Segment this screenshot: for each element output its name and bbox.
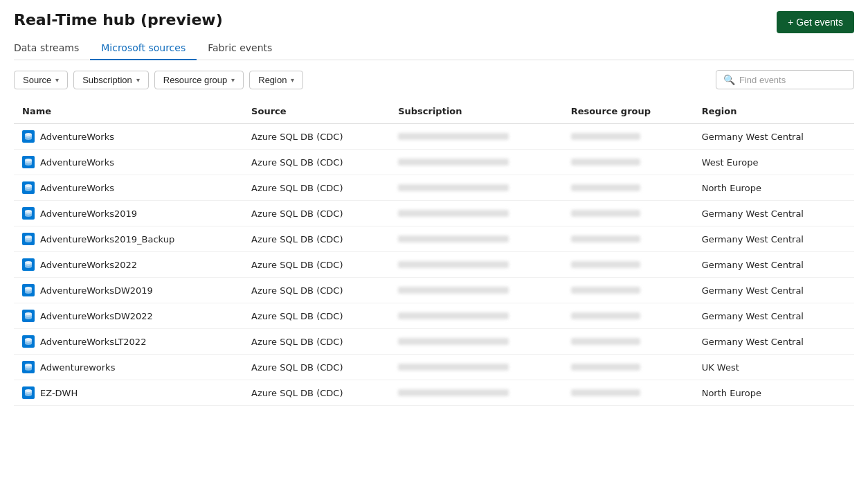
cell-name: AdventureWorks2022 bbox=[14, 252, 243, 278]
table-row[interactable]: AdventureWorksLT2022 Azure SQL DB (CDC)G… bbox=[14, 329, 854, 355]
row-name: AdventureWorks2019 bbox=[40, 208, 137, 219]
table-row[interactable]: EZ-DWH Azure SQL DB (CDC)North Europe bbox=[14, 380, 854, 406]
row-name: AdventureWorks bbox=[40, 183, 114, 193]
cell-name: AdventureWorks bbox=[14, 150, 243, 175]
cell-source: Azure SQL DB (CDC) bbox=[243, 278, 390, 303]
chevron-down-icon: ▾ bbox=[291, 76, 294, 84]
blurred-resource-group bbox=[571, 287, 640, 294]
cell-region: Germany West Central bbox=[694, 226, 854, 252]
database-icon bbox=[22, 181, 35, 194]
cell-region: Germany West Central bbox=[694, 303, 854, 329]
blurred-subscription bbox=[398, 184, 509, 191]
database-icon bbox=[22, 361, 35, 373]
tab-fabric-events[interactable]: Fabric events bbox=[197, 37, 283, 60]
row-name: AdventureWorks2019_Backup bbox=[40, 234, 174, 244]
svg-point-13 bbox=[25, 287, 32, 290]
table-row[interactable]: AdventureWorks2019 Azure SQL DB (CDC)Ger… bbox=[14, 201, 854, 226]
table-row[interactable]: AdventureWorks Azure SQL DB (CDC)North E… bbox=[14, 175, 854, 201]
blurred-subscription bbox=[398, 364, 509, 371]
cell-region: Germany West Central bbox=[694, 124, 854, 150]
cell-source: Azure SQL DB (CDC) bbox=[243, 124, 390, 150]
cell-resource-group bbox=[563, 252, 694, 278]
search-input[interactable] bbox=[739, 75, 847, 85]
blurred-subscription bbox=[398, 261, 509, 268]
cell-region: UK West bbox=[694, 355, 854, 380]
database-icon bbox=[22, 386, 35, 399]
table-row[interactable]: AdventureWorks2022 Azure SQL DB (CDC)Ger… bbox=[14, 252, 854, 278]
cell-name: AdventureWorks bbox=[14, 175, 243, 201]
cell-region: Germany West Central bbox=[694, 278, 854, 303]
cell-name: Adwentureworks bbox=[14, 355, 243, 380]
blurred-resource-group bbox=[571, 312, 640, 319]
cell-name: AdventureWorks2019_Backup bbox=[14, 226, 243, 252]
blurred-resource-group bbox=[571, 364, 640, 371]
region-filter-label: Region bbox=[258, 75, 287, 85]
chevron-down-icon: ▾ bbox=[55, 76, 59, 84]
cell-name: AdventureWorks bbox=[14, 124, 243, 150]
tab-microsoft-sources[interactable]: Microsoft sources bbox=[90, 37, 197, 60]
cell-source: Azure SQL DB (CDC) bbox=[243, 252, 390, 278]
cell-resource-group bbox=[563, 201, 694, 226]
database-icon bbox=[22, 156, 35, 168]
row-name: AdventureWorks bbox=[40, 157, 114, 168]
cell-name: AdventureWorks2019 bbox=[14, 201, 243, 226]
cell-name: AdventureWorksDW2019 bbox=[14, 278, 243, 303]
svg-point-11 bbox=[25, 261, 32, 264]
cell-subscription bbox=[390, 226, 563, 252]
cell-name: AdventureWorksDW2022 bbox=[14, 303, 243, 329]
table-row[interactable]: AdventureWorks2019_Backup Azure SQL DB (… bbox=[14, 226, 854, 252]
database-icon bbox=[22, 207, 35, 220]
table-row[interactable]: Adwentureworks Azure SQL DB (CDC)UK West bbox=[14, 355, 854, 380]
blurred-resource-group bbox=[571, 235, 640, 242]
cell-resource-group bbox=[563, 278, 694, 303]
source-filter-label: Source bbox=[23, 75, 51, 85]
search-icon: 🔍 bbox=[723, 74, 735, 85]
database-icon bbox=[22, 258, 35, 271]
table-row[interactable]: AdventureWorks Azure SQL DB (CDC)Germany… bbox=[14, 124, 854, 150]
tab-nav: Data streams Microsoft sources Fabric ev… bbox=[14, 37, 854, 60]
cell-name: AdventureWorksLT2022 bbox=[14, 329, 243, 355]
svg-point-15 bbox=[25, 312, 32, 315]
cell-region: Germany West Central bbox=[694, 329, 854, 355]
blurred-resource-group bbox=[571, 184, 640, 191]
blurred-subscription bbox=[398, 210, 509, 217]
cell-region: Germany West Central bbox=[694, 252, 854, 278]
cell-resource-group bbox=[563, 380, 694, 406]
cell-source: Azure SQL DB (CDC) bbox=[243, 329, 390, 355]
database-icon bbox=[22, 233, 35, 245]
table-row[interactable]: AdventureWorksDW2019 Azure SQL DB (CDC)G… bbox=[14, 278, 854, 303]
blurred-subscription bbox=[398, 389, 509, 396]
cell-region: North Europe bbox=[694, 175, 854, 201]
database-icon bbox=[22, 130, 35, 143]
subscription-filter[interactable]: Subscription ▾ bbox=[73, 71, 149, 89]
database-icon bbox=[22, 284, 35, 296]
blurred-subscription bbox=[398, 235, 509, 242]
cell-subscription bbox=[390, 201, 563, 226]
cell-subscription bbox=[390, 124, 563, 150]
cell-source: Azure SQL DB (CDC) bbox=[243, 380, 390, 406]
resource-group-filter[interactable]: Resource group ▾ bbox=[154, 71, 244, 89]
cell-resource-group bbox=[563, 329, 694, 355]
row-name: AdventureWorks bbox=[40, 132, 114, 142]
source-filter[interactable]: Source ▾ bbox=[14, 71, 68, 89]
cell-source: Azure SQL DB (CDC) bbox=[243, 355, 390, 380]
subscription-filter-label: Subscription bbox=[82, 75, 132, 85]
region-filter[interactable]: Region ▾ bbox=[249, 71, 303, 89]
cell-region: Germany West Central bbox=[694, 201, 854, 226]
row-name: AdventureWorksLT2022 bbox=[40, 337, 146, 347]
row-name: AdventureWorksDW2022 bbox=[40, 311, 153, 321]
get-events-button[interactable]: + Get events bbox=[777, 11, 854, 33]
events-table: Name Source Subscription Resource group … bbox=[14, 99, 854, 406]
tab-data-streams[interactable]: Data streams bbox=[14, 37, 90, 60]
cell-resource-group bbox=[563, 355, 694, 380]
cell-subscription bbox=[390, 329, 563, 355]
blurred-subscription bbox=[398, 338, 509, 345]
row-name: AdventureWorksDW2019 bbox=[40, 285, 153, 296]
table-row[interactable]: AdventureWorksDW2022 Azure SQL DB (CDC)G… bbox=[14, 303, 854, 329]
table-row[interactable]: AdventureWorks Azure SQL DB (CDC)West Eu… bbox=[14, 150, 854, 175]
toolbar: Source ▾ Subscription ▾ Resource group ▾… bbox=[0, 60, 868, 99]
col-header-name: Name bbox=[14, 99, 243, 124]
resource-group-filter-label: Resource group bbox=[163, 75, 228, 85]
cell-resource-group bbox=[563, 150, 694, 175]
cell-resource-group bbox=[563, 175, 694, 201]
